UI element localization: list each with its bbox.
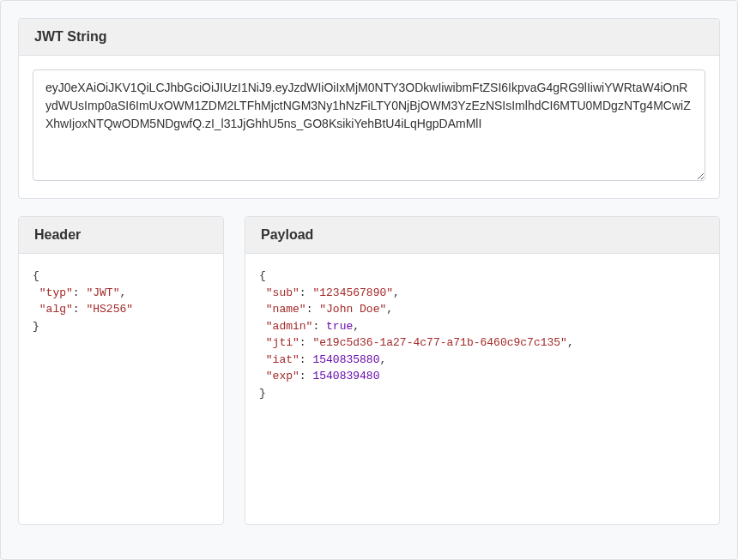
jwt-panel-body <box>19 56 719 198</box>
header-panel: Header { "typ": "JWT", "alg": "HS256" } <box>18 216 224 525</box>
header-panel-title: Header <box>19 217 223 254</box>
header-json: { "typ": "JWT", "alg": "HS256" } <box>33 268 209 334</box>
decoded-row: Header { "typ": "JWT", "alg": "HS256" } … <box>18 216 720 542</box>
payload-panel-body: { "sub": "1234567890", "name": "John Doe… <box>245 254 719 521</box>
jwt-string-panel: JWT String <box>18 18 720 199</box>
jwt-input[interactable] <box>33 69 705 181</box>
header-panel-body: { "typ": "JWT", "alg": "HS256" } <box>19 254 223 521</box>
main-container: JWT String Header { "typ": "JWT", "alg":… <box>0 0 738 560</box>
payload-json: { "sub": "1234567890", "name": "John Doe… <box>259 268 705 401</box>
payload-panel: Payload { "sub": "1234567890", "name": "… <box>245 216 720 525</box>
payload-panel-title: Payload <box>245 217 719 254</box>
jwt-panel-title: JWT String <box>19 19 719 56</box>
